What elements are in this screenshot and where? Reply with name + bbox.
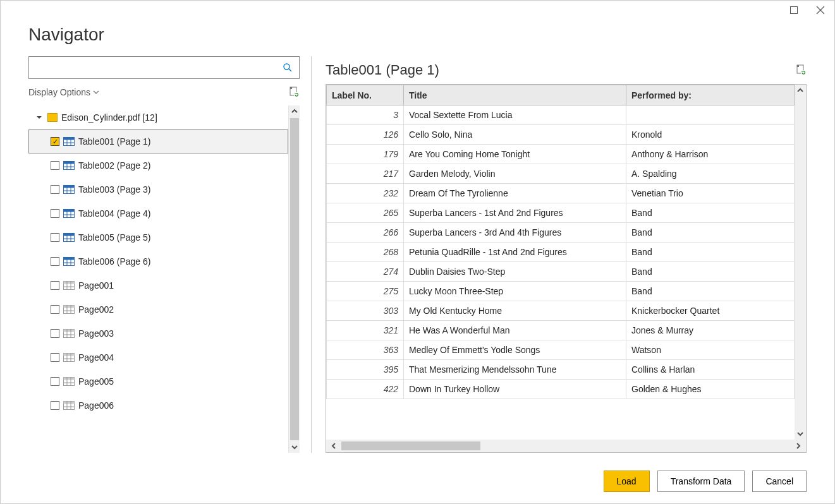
cell-performed-by: Jones & Murray	[626, 321, 795, 340]
hscroll-track[interactable]	[341, 441, 791, 450]
cell-title: Garden Melody, Violin	[404, 164, 626, 184]
table-row[interactable]: 422Down In Turkey HollowGolden & Hughes	[327, 380, 795, 399]
checkbox[interactable]	[51, 185, 59, 194]
table-row[interactable]: 321He Was A Wonderful ManJones & Murray	[327, 321, 795, 340]
checkbox[interactable]	[51, 209, 59, 218]
preview-title: Table001 (Page 1)	[326, 62, 439, 78]
tree-item-label: Table003 (Page 3)	[78, 184, 150, 195]
scroll-right-icon[interactable]	[791, 440, 806, 452]
tree-item-label: Page001	[78, 280, 114, 291]
tree-item[interactable]: Table004 (Page 4)	[28, 201, 288, 225]
tree-item[interactable]: Page002	[28, 297, 288, 321]
table-icon	[63, 209, 75, 218]
tree-item-label: Table006 (Page 6)	[78, 256, 150, 267]
checkbox[interactable]	[51, 137, 59, 146]
cell-label-no: 422	[327, 380, 404, 399]
scroll-down-icon[interactable]	[289, 441, 300, 453]
display-options-label: Display Options	[28, 87, 90, 97]
col-title[interactable]: Title	[404, 85, 626, 105]
page-icon	[63, 329, 75, 338]
maximize-icon	[790, 6, 798, 14]
grid-vscroll[interactable]	[795, 85, 806, 440]
tree-item[interactable]: Page001	[28, 273, 288, 297]
checkbox[interactable]	[51, 401, 59, 410]
tree-item-label: Table005 (Page 5)	[78, 232, 150, 243]
cell-title: Lucky Moon Three-Step	[404, 282, 626, 301]
svg-rect-0	[791, 7, 798, 14]
preview-table: Label No. Title Performed by: 3Vocal Sex…	[326, 85, 795, 399]
tree-item[interactable]: Page005	[28, 369, 288, 393]
table-row[interactable]: 217Garden Melody, ViolinA. Spalding	[327, 164, 795, 184]
table-row[interactable]: 3Vocal Sextette From Lucia	[327, 105, 795, 125]
tree-item[interactable]: Table001 (Page 1)	[28, 129, 288, 153]
display-options-dropdown[interactable]: Display Options	[28, 87, 99, 97]
checkbox[interactable]	[51, 377, 59, 386]
maximize-button[interactable]	[785, 1, 803, 19]
cell-performed-by: Band	[626, 203, 795, 223]
checkbox[interactable]	[51, 257, 59, 266]
tree-item[interactable]: Table003 (Page 3)	[28, 177, 288, 201]
cancel-button[interactable]: Cancel	[752, 471, 807, 492]
search-input[interactable]	[29, 63, 276, 73]
tree-file-node[interactable]: Edison_Cylinder.pdf [12]	[28, 105, 288, 129]
hscroll-thumb[interactable]	[341, 441, 480, 450]
titlebar	[1, 1, 834, 20]
grid-hscroll[interactable]	[326, 440, 806, 452]
checkbox[interactable]	[51, 281, 59, 290]
scroll-up-icon[interactable]	[795, 85, 806, 96]
transform-data-button[interactable]: Transform Data	[657, 471, 745, 492]
grid-wrap: Label No. Title Performed by: 3Vocal Sex…	[326, 84, 807, 453]
table-row[interactable]: 275Lucky Moon Three-StepBand	[327, 282, 795, 301]
cell-label-no: 217	[327, 164, 404, 184]
tree-item[interactable]: Table005 (Page 5)	[28, 225, 288, 249]
cell-label-no: 265	[327, 203, 404, 223]
scroll-down-icon[interactable]	[795, 428, 806, 440]
table-row[interactable]: 179Are You Coming Home TonightAnthony & …	[327, 145, 795, 164]
table-row[interactable]: 274Dublin Daisies Two-StepBand	[327, 262, 795, 282]
scroll-up-icon[interactable]	[289, 105, 300, 117]
table-row[interactable]: 266Superba Lancers - 3rd And 4th Figures…	[327, 223, 795, 243]
tree-item[interactable]: Table006 (Page 6)	[28, 249, 288, 273]
checkbox[interactable]	[51, 353, 59, 362]
cell-label-no: 321	[327, 321, 404, 340]
search-icon[interactable]	[276, 63, 299, 73]
cell-label-no: 274	[327, 262, 404, 282]
tree-item[interactable]: Page004	[28, 345, 288, 369]
col-performed-by[interactable]: Performed by:	[626, 85, 795, 105]
table-row[interactable]: 395That Mesmerizing Mendelssohn TuneColl…	[327, 360, 795, 380]
svg-rect-38	[64, 282, 75, 284]
table-row[interactable]: 303My Old Kentucky HomeKnickerbocker Qua…	[327, 301, 795, 321]
checkbox[interactable]	[51, 329, 59, 338]
data-grid: Label No. Title Performed by: 3Vocal Sex…	[326, 85, 795, 440]
body: Display Options Edison_Cylinder.pdf [12]	[1, 56, 834, 459]
tree-item[interactable]: Page003	[28, 321, 288, 345]
tree-wrap: Edison_Cylinder.pdf [12] Table001 (Page …	[28, 105, 300, 453]
table-row[interactable]: 126Cello Solo, NinaKronold	[327, 125, 795, 145]
scroll-left-icon[interactable]	[326, 440, 341, 452]
page-title: Navigator	[1, 20, 834, 56]
table-icon	[63, 161, 75, 170]
table-row[interactable]: 268Petunia QuadRille - 1st And 2nd Figur…	[327, 243, 795, 262]
page-icon	[63, 353, 75, 362]
col-label-no[interactable]: Label No.	[327, 85, 404, 105]
tree-item-label: Table001 (Page 1)	[78, 136, 150, 147]
close-button[interactable]	[812, 1, 829, 19]
checkbox[interactable]	[51, 233, 59, 242]
preview-refresh-button[interactable]	[795, 64, 807, 76]
expander-icon[interactable]	[35, 113, 44, 122]
close-icon	[816, 6, 825, 15]
tree-item[interactable]: Table002 (Page 2)	[28, 153, 288, 177]
table-row[interactable]: 363Medley Of Emmett's Yodle SongsWatson	[327, 340, 795, 360]
tree-scrollbar[interactable]	[288, 105, 300, 453]
page-icon	[63, 377, 75, 386]
cell-title: Petunia QuadRille - 1st And 2nd Figures	[404, 243, 626, 262]
cell-performed-by: Band	[626, 262, 795, 282]
load-button[interactable]: Load	[604, 471, 650, 492]
checkbox[interactable]	[51, 161, 59, 170]
scrollbar-thumb[interactable]	[290, 118, 299, 440]
refresh-button[interactable]	[288, 87, 300, 98]
checkbox[interactable]	[51, 305, 59, 314]
tree-item[interactable]: Page006	[28, 393, 288, 417]
table-row[interactable]: 232Dream Of The TyrolienneVenetian Trio	[327, 184, 795, 203]
table-row[interactable]: 265Superba Lancers - 1st And 2nd Figures…	[327, 203, 795, 223]
